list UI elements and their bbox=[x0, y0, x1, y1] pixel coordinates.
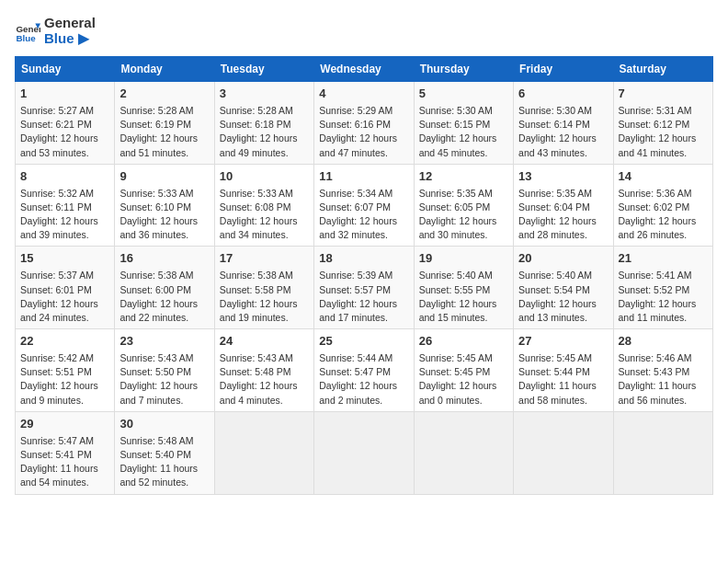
calendar-cell: 16Sunrise: 5:38 AMSunset: 6:00 PMDayligh… bbox=[115, 247, 214, 329]
sunset: Sunset: 5:51 PM bbox=[20, 366, 92, 377]
sunrise: Sunrise: 5:35 AM bbox=[419, 188, 493, 199]
header-wednesday: Wednesday bbox=[314, 57, 414, 82]
sunset: Sunset: 5:54 PM bbox=[518, 284, 590, 295]
day-number: 21 bbox=[619, 250, 708, 268]
calendar-cell: 14Sunrise: 5:36 AMSunset: 6:02 PMDayligh… bbox=[613, 164, 712, 247]
day-number: 20 bbox=[518, 250, 608, 268]
daylight-label: Daylight: 12 hours and 39 minutes. bbox=[20, 215, 98, 240]
sunset: Sunset: 5:58 PM bbox=[220, 284, 291, 295]
calendar-cell bbox=[613, 411, 712, 494]
sunset: Sunset: 5:50 PM bbox=[119, 366, 191, 377]
sunrise: Sunrise: 5:28 AM bbox=[119, 105, 193, 116]
day-number: 13 bbox=[518, 168, 608, 186]
daylight-label: Daylight: 12 hours and 26 minutes. bbox=[619, 215, 697, 240]
calendar-cell: 6Sunrise: 5:30 AMSunset: 6:14 PMDaylight… bbox=[514, 82, 613, 165]
calendar-cell: 17Sunrise: 5:38 AMSunset: 5:58 PMDayligh… bbox=[214, 247, 313, 329]
calendar-header-row: SundayMondayTuesdayWednesdayThursdayFrid… bbox=[16, 57, 713, 82]
daylight-label: Daylight: 12 hours and 11 minutes. bbox=[619, 298, 697, 323]
sunrise: Sunrise: 5:33 AM bbox=[220, 188, 293, 199]
calendar-cell: 13Sunrise: 5:35 AMSunset: 6:04 PMDayligh… bbox=[514, 164, 613, 247]
day-number: 14 bbox=[619, 168, 708, 186]
day-number: 28 bbox=[619, 333, 708, 350]
daylight-label: Daylight: 12 hours and 43 minutes. bbox=[518, 132, 597, 157]
sunrise: Sunrise: 5:31 AM bbox=[619, 105, 692, 116]
sunset: Sunset: 6:11 PM bbox=[20, 201, 92, 213]
sunset: Sunset: 5:47 PM bbox=[319, 366, 391, 377]
calendar-cell: 18Sunrise: 5:39 AMSunset: 5:57 PMDayligh… bbox=[314, 247, 414, 329]
day-number: 22 bbox=[20, 333, 109, 350]
calendar-table: SundayMondayTuesdayWednesdayThursdayFrid… bbox=[15, 56, 713, 495]
day-number: 3 bbox=[220, 86, 309, 103]
calendar-cell: 2Sunrise: 5:28 AMSunset: 6:19 PMDaylight… bbox=[115, 82, 214, 165]
sunset: Sunset: 6:07 PM bbox=[319, 201, 391, 213]
sunset: Sunset: 6:01 PM bbox=[20, 284, 92, 295]
calendar-cell: 28Sunrise: 5:46 AMSunset: 5:43 PMDayligh… bbox=[613, 329, 712, 412]
day-number: 11 bbox=[319, 168, 408, 186]
sunrise: Sunrise: 5:45 AM bbox=[419, 352, 493, 363]
sunrise: Sunrise: 5:39 AM bbox=[319, 270, 392, 281]
day-number: 5 bbox=[419, 86, 508, 103]
daylight-label: Daylight: 12 hours and 41 minutes. bbox=[619, 132, 697, 157]
calendar-cell: 22Sunrise: 5:42 AMSunset: 5:51 PMDayligh… bbox=[16, 329, 115, 412]
sunset: Sunset: 6:15 PM bbox=[419, 119, 491, 130]
day-number: 4 bbox=[319, 86, 408, 103]
calendar-cell: 20Sunrise: 5:40 AMSunset: 5:54 PMDayligh… bbox=[514, 247, 613, 329]
sunrise: Sunrise: 5:30 AM bbox=[419, 105, 493, 116]
calendar-cell: 4Sunrise: 5:29 AMSunset: 6:16 PMDaylight… bbox=[314, 82, 414, 165]
week-row-5: 29Sunrise: 5:47 AMSunset: 5:41 PMDayligh… bbox=[16, 411, 713, 494]
week-row-3: 15Sunrise: 5:37 AMSunset: 6:01 PMDayligh… bbox=[16, 247, 713, 329]
svg-text:Blue: Blue bbox=[16, 33, 36, 43]
daylight-label: Daylight: 12 hours and 49 minutes. bbox=[220, 132, 298, 157]
sunset: Sunset: 6:04 PM bbox=[518, 201, 590, 213]
sunrise: Sunrise: 5:44 AM bbox=[319, 352, 392, 363]
calendar-cell: 27Sunrise: 5:45 AMSunset: 5:44 PMDayligh… bbox=[514, 329, 613, 412]
calendar-cell: 25Sunrise: 5:44 AMSunset: 5:47 PMDayligh… bbox=[314, 329, 414, 412]
sunrise: Sunrise: 5:40 AM bbox=[518, 270, 592, 281]
daylight-label: Daylight: 11 hours and 56 minutes. bbox=[619, 380, 697, 405]
daylight-label: Daylight: 12 hours and 51 minutes. bbox=[119, 132, 198, 157]
week-row-1: 1Sunrise: 5:27 AMSunset: 6:21 PMDaylight… bbox=[16, 82, 713, 165]
header-friday: Friday bbox=[514, 57, 613, 82]
week-row-2: 8Sunrise: 5:32 AMSunset: 6:11 PMDaylight… bbox=[16, 164, 713, 247]
header-monday: Monday bbox=[115, 57, 214, 82]
logo-blue: Blue ▶ bbox=[44, 30, 96, 47]
sunrise: Sunrise: 5:34 AM bbox=[319, 188, 392, 199]
calendar-cell: 11Sunrise: 5:34 AMSunset: 6:07 PMDayligh… bbox=[314, 164, 414, 247]
header-thursday: Thursday bbox=[414, 57, 513, 82]
day-number: 10 bbox=[220, 168, 309, 186]
header-tuesday: Tuesday bbox=[214, 57, 313, 82]
daylight-label: Daylight: 12 hours and 22 minutes. bbox=[119, 298, 198, 323]
calendar-cell: 12Sunrise: 5:35 AMSunset: 6:05 PMDayligh… bbox=[414, 164, 513, 247]
daylight-label: Daylight: 12 hours and 0 minutes. bbox=[419, 380, 497, 405]
sunset: Sunset: 5:57 PM bbox=[319, 284, 391, 295]
sunset: Sunset: 6:10 PM bbox=[119, 201, 191, 213]
sunrise: Sunrise: 5:32 AM bbox=[20, 188, 94, 199]
day-number: 25 bbox=[319, 333, 408, 350]
daylight-label: Daylight: 11 hours and 52 minutes. bbox=[119, 463, 198, 488]
sunset: Sunset: 5:55 PM bbox=[419, 284, 491, 295]
calendar-cell: 15Sunrise: 5:37 AMSunset: 6:01 PMDayligh… bbox=[16, 247, 115, 329]
day-number: 2 bbox=[119, 86, 209, 103]
daylight-label: Daylight: 12 hours and 24 minutes. bbox=[20, 298, 98, 323]
header-sunday: Sunday bbox=[16, 57, 115, 82]
sunset: Sunset: 6:19 PM bbox=[119, 119, 191, 130]
sunrise: Sunrise: 5:38 AM bbox=[119, 270, 193, 281]
day-number: 30 bbox=[119, 416, 209, 433]
daylight-label: Daylight: 12 hours and 4 minutes. bbox=[220, 380, 298, 405]
calendar-cell bbox=[414, 411, 513, 494]
daylight-label: Daylight: 11 hours and 54 minutes. bbox=[20, 463, 98, 488]
calendar-cell: 23Sunrise: 5:43 AMSunset: 5:50 PMDayligh… bbox=[115, 329, 214, 412]
daylight-label: Daylight: 12 hours and 47 minutes. bbox=[319, 132, 397, 157]
sunset: Sunset: 5:44 PM bbox=[518, 366, 590, 377]
daylight-label: Daylight: 12 hours and 32 minutes. bbox=[319, 215, 397, 240]
sunrise: Sunrise: 5:40 AM bbox=[419, 270, 493, 281]
sunset: Sunset: 6:00 PM bbox=[119, 284, 191, 295]
sunrise: Sunrise: 5:28 AM bbox=[220, 105, 293, 116]
sunrise: Sunrise: 5:29 AM bbox=[319, 105, 392, 116]
calendar-cell: 30Sunrise: 5:48 AMSunset: 5:40 PMDayligh… bbox=[115, 411, 214, 494]
sunrise: Sunrise: 5:38 AM bbox=[220, 270, 293, 281]
header: General Blue General Blue ▶ bbox=[15, 15, 713, 47]
calendar-cell: 21Sunrise: 5:41 AMSunset: 5:52 PMDayligh… bbox=[613, 247, 712, 329]
calendar-cell: 10Sunrise: 5:33 AMSunset: 6:08 PMDayligh… bbox=[214, 164, 313, 247]
calendar-cell: 3Sunrise: 5:28 AMSunset: 6:18 PMDaylight… bbox=[214, 82, 313, 165]
